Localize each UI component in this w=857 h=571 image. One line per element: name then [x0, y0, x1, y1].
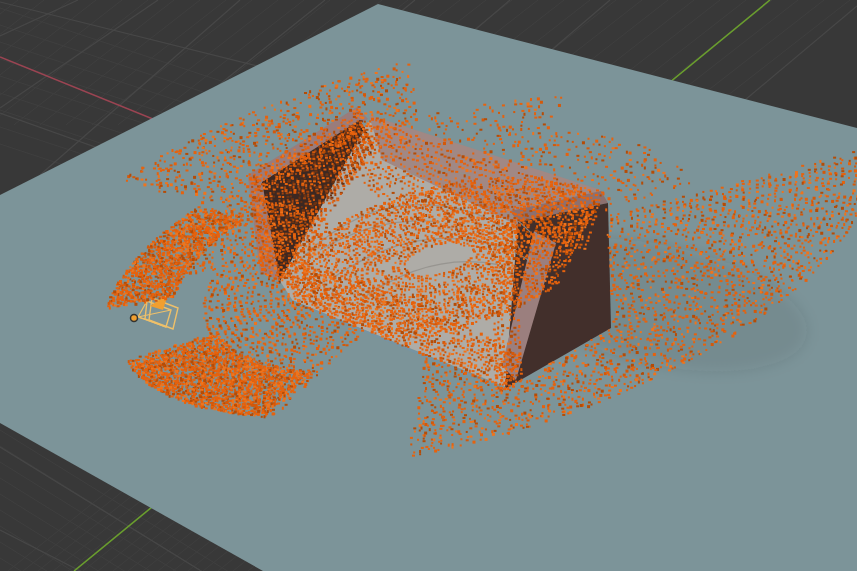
point-cloud[interactable]: [0, 0, 857, 571]
3d-viewport[interactable]: [0, 0, 857, 571]
